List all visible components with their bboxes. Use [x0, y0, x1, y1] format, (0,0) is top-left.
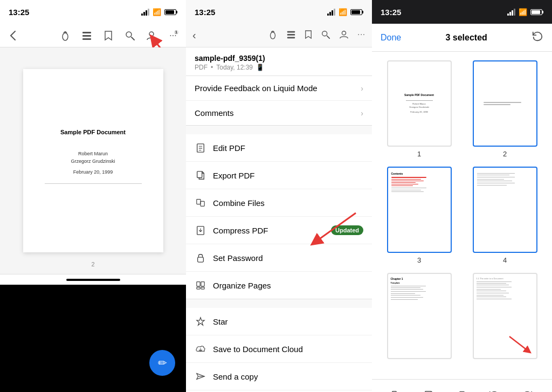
status-bar-1: 13:25 📶: [0, 0, 186, 24]
liquid-icon[interactable]: [59, 29, 72, 42]
share-icon[interactable]: [387, 386, 406, 393]
page-thumb-inner-4[interactable]: [473, 167, 537, 253]
bookmark-icon[interactable]: [102, 29, 115, 42]
svg-rect-3: [82, 38, 91, 40]
menu-more-icon[interactable]: ···: [357, 30, 365, 42]
page-thumb-inner-5[interactable]: Chapter 1 Template: [387, 273, 452, 359]
arrow-3: [507, 334, 534, 355]
menu-bookmark-icon[interactable]: [305, 30, 312, 42]
menu-item-left-edit: Edit PDF: [195, 142, 245, 154]
page-label-4: 4: [503, 256, 507, 264]
export-pdf-icon: [195, 169, 206, 181]
wifi-icon-3: 📶: [519, 8, 527, 16]
thumb-date-1: February 20, 1999: [410, 111, 428, 114]
status-icons-2: 📶: [327, 8, 363, 16]
menu-item-send-copy[interactable]: Send a copy: [186, 363, 372, 390]
page-thumb-inner-6[interactable]: 1.1 The write to a Document: [473, 273, 537, 359]
page-thumb-3[interactable]: Contents 3: [381, 167, 458, 264]
menu-liquid-icon[interactable]: [268, 30, 278, 42]
pdf-author1: Robert Marun: [78, 150, 108, 158]
menu-item-edit-pdf[interactable]: Edit PDF: [186, 134, 372, 162]
menu-spacer-2: [186, 299, 372, 308]
thumb-divider-1: [406, 100, 433, 101]
file-type: PDF: [195, 64, 208, 71]
menu-item-left-combine: Combine Files: [195, 197, 265, 209]
page-thumb-1[interactable]: Sample PDF Document Robert MarunGrzegorz…: [381, 60, 458, 158]
chevron-right-icon-feedback: ›: [361, 84, 363, 93]
battery-icon-1: [164, 9, 177, 15]
menu-section-3: Star Save to Document Cloud Send a copy: [186, 308, 372, 392]
signal-icon-3: [507, 9, 515, 16]
menu-profile-icon[interactable]: [339, 30, 349, 42]
page-thumb-2[interactable]: 2: [466, 60, 543, 158]
page-thumb-5[interactable]: Chapter 1 Template 5: [381, 273, 458, 370]
rotate-left-icon[interactable]: [485, 386, 504, 393]
pdf-doc-title: Sample PDF Document: [60, 129, 126, 135]
page-thumb-6[interactable]: 1.1 The write to a Document: [466, 273, 543, 370]
menu-item-left-organize: Organize Pages: [195, 279, 271, 291]
svg-rect-11: [287, 37, 295, 38]
search-icon[interactable]: [123, 29, 136, 42]
svg-point-12: [322, 31, 327, 36]
status-bar-2: 13:25 📶: [186, 0, 372, 24]
pdf-author2: Grzegorz Grudzinski: [71, 158, 115, 166]
menu-item-export-pdf[interactable]: Export PDF: [186, 162, 372, 189]
list-view-icon[interactable]: [80, 29, 93, 42]
svg-marker-26: [197, 318, 204, 325]
undo-icon[interactable]: [532, 30, 543, 45]
menu-back-icon[interactable]: ‹: [192, 29, 196, 42]
svg-rect-17: [197, 200, 201, 204]
menu-item-feedback[interactable]: Provide Feedback on Liquid Mode ›: [186, 76, 372, 101]
export-page-icon[interactable]: [420, 386, 439, 393]
file-name: sample-pdf_9359(1): [195, 54, 363, 63]
pdf-divider: [45, 183, 142, 184]
menu-item-compress[interactable]: Compress PDF Updated: [186, 217, 372, 244]
menu-item-combine[interactable]: Combine Files: [186, 189, 372, 217]
selected-count: 3 selected: [445, 33, 487, 43]
status-time-2: 13:25: [195, 8, 215, 17]
page-thumb-inner-1[interactable]: Sample PDF Document Robert MarunGrzegorz…: [387, 60, 452, 147]
pages-bottom-toolbar: [372, 379, 552, 392]
star-icon: [195, 315, 206, 327]
status-bar-3: 13:25 📶: [372, 0, 552, 24]
page-thumb-4[interactable]: 4: [466, 167, 543, 264]
menu-item-left-export: Export PDF: [195, 169, 255, 181]
svg-point-4: [126, 32, 132, 37]
menu-item-save-cloud[interactable]: Save to Document Cloud: [186, 335, 372, 363]
fab-edit-button[interactable]: ✏: [149, 350, 175, 376]
menu-item-label-star: Star: [213, 317, 228, 326]
device-icon: 📱: [256, 64, 264, 71]
menu-item-password[interactable]: Set Password: [186, 244, 372, 272]
page-thumb-inner-2[interactable]: [473, 60, 537, 147]
save-cloud-icon: [195, 343, 206, 355]
toolbar-right: ··· 1: [59, 29, 180, 42]
file-separator: •: [211, 64, 213, 71]
menu-panel: 13:25 📶 ‹: [186, 0, 372, 392]
menu-section-1: Provide Feedback on Liquid Mode › Commen…: [186, 76, 372, 126]
menu-item-organize[interactable]: Organize Pages: [186, 272, 372, 299]
menu-item-comments[interactable]: Comments ›: [186, 101, 372, 125]
svg-rect-21: [198, 257, 204, 262]
send-copy-icon: [195, 370, 206, 382]
back-icon[interactable]: [6, 29, 19, 42]
menu-list-icon[interactable]: [286, 30, 296, 42]
more-icon[interactable]: ··· 1: [167, 29, 180, 42]
pdf-viewer-panel: 13:25 📶: [0, 0, 186, 392]
page-thumb-inner-3[interactable]: Contents: [387, 167, 452, 253]
done-button[interactable]: Done: [381, 33, 401, 43]
delete-page-icon[interactable]: [452, 386, 472, 393]
svg-rect-10: [287, 34, 295, 36]
wifi-icon-1: 📶: [153, 8, 161, 16]
rotate-right-icon[interactable]: [518, 386, 537, 393]
signal-icon-2: [327, 9, 335, 16]
menu-item-label-edit: Edit PDF: [213, 143, 245, 153]
profile-icon[interactable]: [145, 29, 158, 42]
signal-icon-1: [141, 9, 149, 16]
organize-pages-icon: [195, 279, 206, 291]
chevron-right-icon-comments: ›: [361, 109, 363, 118]
svg-rect-2: [82, 35, 91, 37]
menu-item-star[interactable]: Star: [186, 308, 372, 335]
wifi-icon-2: 📶: [339, 8, 347, 16]
menu-search-icon[interactable]: [321, 30, 330, 42]
pages-grid: Sample PDF Document Robert MarunGrzegorz…: [372, 52, 552, 379]
